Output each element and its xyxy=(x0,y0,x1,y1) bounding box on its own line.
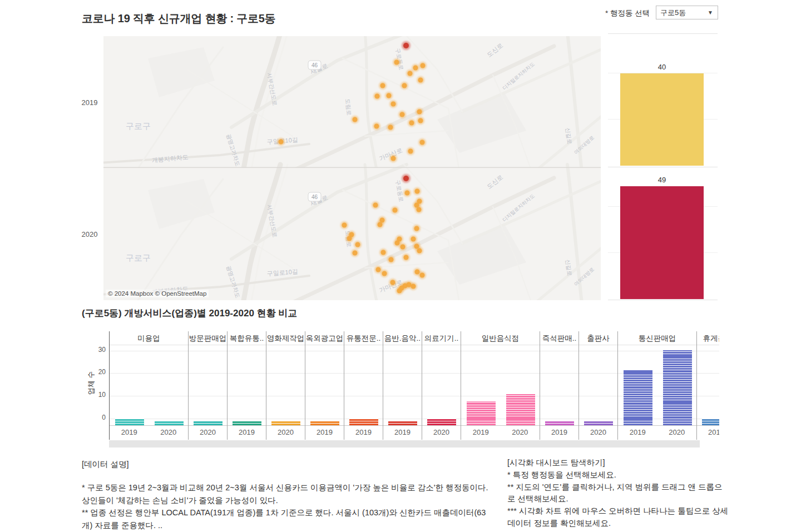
store-dot[interactable] xyxy=(351,116,359,123)
store-dot[interactable] xyxy=(379,82,387,90)
store-dot[interactable] xyxy=(413,225,421,232)
store-dot[interactable] xyxy=(373,92,381,100)
store-dot[interactable] xyxy=(340,221,348,229)
x-axis-year-label: 2020 xyxy=(149,426,189,439)
bar-복합유통-2019[interactable] xyxy=(233,421,261,425)
bar-휴게음-2019[interactable] xyxy=(702,419,719,425)
bar-출판사-2020[interactable] xyxy=(584,421,613,425)
store-dot[interactable] xyxy=(413,187,421,195)
store-dot[interactable] xyxy=(416,197,423,205)
y-tick-label: 20 xyxy=(83,368,106,376)
store-dot[interactable] xyxy=(417,117,424,125)
x-axis-year-label: 2020 xyxy=(422,426,461,439)
industry-panel-출판사: 출판사2020 xyxy=(579,331,618,440)
bar-의료기기-2020[interactable] xyxy=(427,419,456,425)
store-dot[interactable] xyxy=(380,270,388,277)
y-tick-label: 0 xyxy=(83,414,106,421)
store-dot[interactable] xyxy=(389,100,397,108)
x-axis-year-label: 2019 xyxy=(618,426,657,439)
panel-category-label: 즉석판매.. xyxy=(540,331,578,345)
panel-category-label: 통신판매업 xyxy=(618,331,696,345)
total-bar-2020[interactable] xyxy=(620,186,704,299)
store-dot[interactable] xyxy=(354,241,362,248)
store-dot[interactable] xyxy=(387,123,394,131)
bar-즉석판매-2019[interactable] xyxy=(545,421,574,425)
map-attribution[interactable]: © 2024 Mapbox © OpenStreetMap xyxy=(106,290,209,297)
industry-panel-유통전문: 유통전문..2019 xyxy=(344,331,383,440)
store-dot[interactable] xyxy=(402,253,410,261)
store-dot[interactable] xyxy=(409,282,417,290)
industry-panel-일반음식점: 일반음식점20192020 xyxy=(461,331,540,440)
store-dot[interactable] xyxy=(373,122,380,130)
highlight-store-dot[interactable] xyxy=(402,174,411,183)
store-dot[interactable] xyxy=(412,64,419,72)
store-dot[interactable] xyxy=(277,138,285,146)
bar-음반음악-2019[interactable] xyxy=(388,421,417,425)
x-axis-year-label: 2019 xyxy=(697,426,719,439)
x-axis-year-label: 2019 xyxy=(228,426,266,439)
store-dot[interactable] xyxy=(391,206,399,214)
store-dot[interactable] xyxy=(416,247,423,255)
page-title: 코로나 19 직후 신규개업 현황 : 구로5동 xyxy=(82,11,276,26)
industry-panel-통신판매업: 통신판매업20192020 xyxy=(618,331,697,440)
panel-category-label: 음반.음악.. xyxy=(383,331,422,345)
bar-방문판매업-2020[interactable] xyxy=(194,421,222,425)
store-dot[interactable] xyxy=(418,271,426,279)
bar-미용업-2020[interactable] xyxy=(155,421,184,425)
industry-chart-title: (구로5동) 개방서비스(업종)별 2019-2020 현황 비교 xyxy=(82,307,297,320)
store-dot[interactable] xyxy=(385,92,393,100)
store-dot[interactable] xyxy=(372,201,379,209)
store-dot[interactable] xyxy=(398,111,406,118)
store-dot[interactable] xyxy=(416,108,423,116)
panel-year-row: 20192020 xyxy=(110,425,188,439)
store-dot[interactable] xyxy=(345,235,353,242)
store-dot[interactable] xyxy=(379,248,387,256)
panel-category-label: 출판사 xyxy=(579,331,617,345)
store-dot[interactable] xyxy=(419,62,427,69)
store-dot[interactable] xyxy=(376,221,384,228)
district-select[interactable]: 구로5동 ▼ xyxy=(656,6,718,19)
x-axis-year-label: 2020 xyxy=(579,426,617,439)
total-bar-2019[interactable] xyxy=(620,73,704,166)
x-axis-year-label: 2019 xyxy=(540,426,578,439)
bar-일반음식점-2019[interactable] xyxy=(467,401,496,425)
bar-유통전문-2019[interactable] xyxy=(349,419,378,425)
store-dot[interactable] xyxy=(387,256,395,263)
store-dot[interactable] xyxy=(418,138,426,146)
bar-통신판매업-2019[interactable] xyxy=(624,370,652,425)
bar-미용업-2019[interactable] xyxy=(115,419,144,425)
bar-영화제작업-2020[interactable] xyxy=(271,421,300,425)
store-dot[interactable] xyxy=(399,243,407,251)
bar-통신판매업-2020[interactable] xyxy=(663,350,692,425)
bar-옥외광고업-2019[interactable] xyxy=(310,421,339,425)
store-dot[interactable] xyxy=(398,284,406,292)
store-dot[interactable] xyxy=(417,76,424,84)
industry-panel-음반음악: 음반.음악..2019 xyxy=(383,331,422,440)
store-dot[interactable] xyxy=(406,69,414,77)
store-dot[interactable] xyxy=(351,249,359,257)
store-dot[interactable] xyxy=(408,119,416,127)
panel-category-label: 방문판매업 xyxy=(189,331,227,345)
panel-plot xyxy=(579,345,617,425)
store-dot[interactable] xyxy=(407,147,414,155)
map-panel[interactable]: 구로구새말로구로동로도림로서부간선도로구일로10길개봉지하차도광명고가차도가마산… xyxy=(103,36,601,300)
store-dot[interactable] xyxy=(393,58,400,66)
highlight-store-dot[interactable] xyxy=(402,41,411,50)
map-canvas[interactable]: 구로구새말로구로동로도림로서부간선도로구일로10길개봉지하차도광명고가차도가마산… xyxy=(103,36,601,300)
store-dot[interactable] xyxy=(389,279,397,286)
y-axis-label: 업체 수 xyxy=(86,361,96,405)
panel-category-label: 유통전문.. xyxy=(344,331,383,345)
store-dot[interactable] xyxy=(400,82,408,90)
map-year-label-2020[interactable]: 2020 xyxy=(77,230,102,238)
y-tick-label: 30 xyxy=(83,346,106,354)
horizontal-scrollbar[interactable] xyxy=(109,440,700,448)
bar-일반음식점-2020[interactable] xyxy=(506,394,535,425)
store-dot[interactable] xyxy=(403,189,411,197)
panel-year-row: 2020 xyxy=(266,425,305,439)
store-dot[interactable] xyxy=(389,155,397,162)
panel-plot xyxy=(305,345,344,425)
map-year-label-2019[interactable]: 2019 xyxy=(77,98,102,107)
store-dot[interactable] xyxy=(409,235,417,243)
store-dot[interactable] xyxy=(415,206,423,213)
panel-plot xyxy=(266,345,305,425)
